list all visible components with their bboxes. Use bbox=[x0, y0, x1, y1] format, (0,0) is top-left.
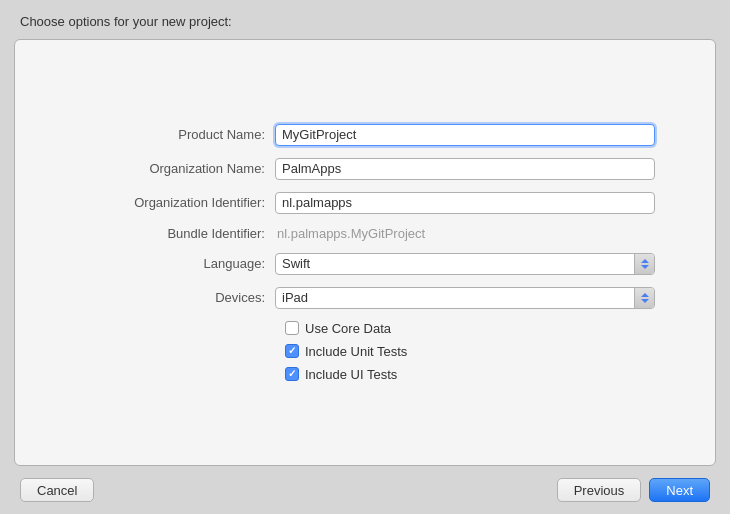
previous-button[interactable]: Previous bbox=[557, 478, 642, 502]
checkboxes-area: Use Core Data Include Unit Tests Include… bbox=[75, 321, 655, 382]
include-ui-tests-checkbox[interactable] bbox=[285, 367, 299, 381]
bundle-identifier-label: Bundle Identifier: bbox=[75, 226, 275, 241]
right-buttons: Previous Next bbox=[557, 478, 710, 502]
include-unit-tests-label: Include Unit Tests bbox=[305, 344, 407, 359]
include-unit-tests-checkbox[interactable] bbox=[285, 344, 299, 358]
include-ui-tests-row: Include UI Tests bbox=[285, 367, 655, 382]
use-core-data-label: Use Core Data bbox=[305, 321, 391, 336]
org-identifier-input[interactable] bbox=[275, 192, 655, 214]
product-name-row: Product Name: bbox=[75, 124, 655, 146]
language-select[interactable]: Swift Objective-C bbox=[275, 253, 655, 275]
next-button[interactable]: Next bbox=[649, 478, 710, 502]
devices-label: Devices: bbox=[75, 290, 275, 305]
use-core-data-row: Use Core Data bbox=[285, 321, 655, 336]
product-name-input[interactable] bbox=[275, 124, 655, 146]
devices-select-wrapper: iPad iPhone Universal bbox=[275, 287, 655, 309]
org-name-row: Organization Name: bbox=[75, 158, 655, 180]
top-bar: Choose options for your new project: bbox=[0, 0, 730, 39]
language-select-wrapper: Swift Objective-C bbox=[275, 253, 655, 275]
bundle-identifier-row: Bundle Identifier: nl.palmapps.MyGitProj… bbox=[75, 226, 655, 241]
main-panel: Product Name: Organization Name: Organiz… bbox=[14, 39, 716, 466]
use-core-data-checkbox[interactable] bbox=[285, 321, 299, 335]
page-title: Choose options for your new project: bbox=[20, 14, 232, 29]
language-label: Language: bbox=[75, 256, 275, 271]
devices-select[interactable]: iPad iPhone Universal bbox=[275, 287, 655, 309]
language-row: Language: Swift Objective-C bbox=[75, 253, 655, 275]
form-container: Product Name: Organization Name: Organiz… bbox=[15, 104, 715, 402]
org-identifier-label: Organization Identifier: bbox=[75, 195, 275, 210]
cancel-button[interactable]: Cancel bbox=[20, 478, 94, 502]
org-name-input[interactable] bbox=[275, 158, 655, 180]
include-ui-tests-label: Include UI Tests bbox=[305, 367, 397, 382]
bottom-bar: Cancel Previous Next bbox=[0, 466, 730, 514]
include-unit-tests-row: Include Unit Tests bbox=[285, 344, 655, 359]
product-name-label: Product Name: bbox=[75, 127, 275, 142]
bundle-identifier-value: nl.palmapps.MyGitProject bbox=[275, 226, 655, 241]
org-identifier-row: Organization Identifier: bbox=[75, 192, 655, 214]
devices-row: Devices: iPad iPhone Universal bbox=[75, 287, 655, 309]
org-name-label: Organization Name: bbox=[75, 161, 275, 176]
